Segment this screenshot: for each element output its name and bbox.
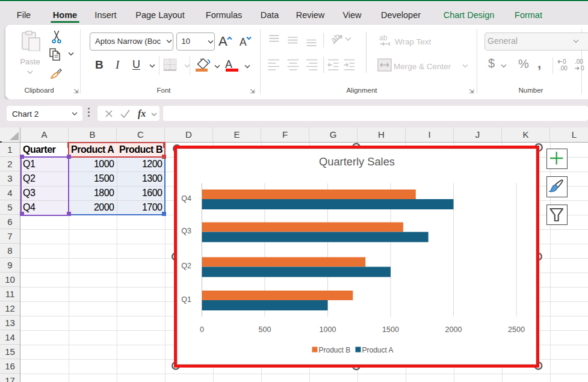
svg-text:0: 0: [563, 58, 566, 65]
svg-text:500: 500: [258, 325, 271, 334]
svg-text:1000: 1000: [319, 325, 336, 334]
svg-text:Q1: Q1: [181, 295, 191, 303]
svg-text:ab: ab: [379, 34, 388, 42]
svg-text:0: 0: [200, 325, 204, 334]
svg-text:Q2: Q2: [181, 262, 191, 270]
svg-text:.00: .00: [575, 58, 583, 65]
svg-text:2000: 2000: [445, 325, 462, 334]
svg-text:Quarterly Sales: Quarterly Sales: [319, 155, 395, 167]
svg-text:1500: 1500: [382, 325, 399, 334]
svg-text:0: 0: [581, 65, 584, 72]
svg-text:Q4: Q4: [181, 194, 191, 202]
svg-text:Product A: Product A: [362, 345, 393, 354]
svg-text:Product B: Product B: [318, 345, 350, 354]
svg-text:Q3: Q3: [181, 227, 191, 235]
svg-text:2500: 2500: [508, 325, 525, 334]
svg-text:.00: .00: [559, 65, 568, 72]
